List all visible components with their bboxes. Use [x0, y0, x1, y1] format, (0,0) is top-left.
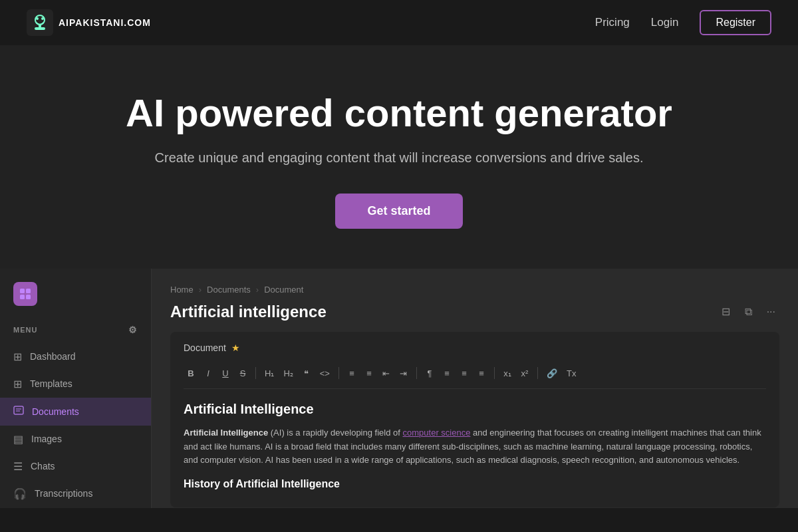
doc-title-actions: ⊟ ⧉ ···: [718, 303, 779, 321]
editor-toolbar: B I U S H₁ H₂ ❝ <> ≡ ≡ ⇤ ⇥ ¶ ≡ ≡ ≡ x: [184, 361, 766, 389]
more-options-button[interactable]: ···: [763, 303, 779, 321]
intro-text: (AI) is a rapidly developing field of: [271, 428, 400, 438]
logo[interactable]: AIPAKISTANI.COM: [27, 9, 151, 36]
app-section: MENU ⚙ ⊞ Dashboard ⊞ Templates Documents…: [0, 269, 798, 508]
sidebar-item-label: Dashboard: [30, 351, 76, 362]
sidebar-menu-header: MENU ⚙: [0, 319, 151, 343]
toolbar-sep-5: [537, 367, 538, 379]
bold-button[interactable]: B: [184, 366, 198, 380]
pricing-link[interactable]: Pricing: [595, 16, 630, 29]
register-button[interactable]: Register: [700, 10, 771, 35]
sidebar-item-transcriptions[interactable]: 🎧 Transcriptions: [0, 480, 151, 507]
toolbar-sep-2: [338, 367, 339, 379]
h2-button[interactable]: H₂: [280, 366, 296, 380]
intro-bold: Artificial Intelligence: [184, 428, 268, 438]
logo-text: AIPAKISTANI.COM: [59, 17, 151, 28]
svg-rect-6: [20, 289, 25, 293]
svg-rect-0: [27, 9, 53, 36]
underline-button[interactable]: U: [218, 366, 233, 380]
superscript-button[interactable]: x²: [517, 366, 532, 380]
svg-rect-4: [39, 25, 41, 27]
nav-links: Pricing Login Register: [595, 10, 771, 35]
paragraph-button[interactable]: ¶: [422, 366, 437, 380]
svg-point-3: [41, 17, 44, 20]
star-icon[interactable]: ★: [231, 342, 240, 353]
dashboard-icon: ⊞: [13, 350, 22, 363]
login-link[interactable]: Login: [651, 16, 679, 29]
sidebar-item-chats[interactable]: ☰ Chats: [0, 453, 151, 480]
editor-container: Document ★ B I U S H₁ H₂ ❝ <> ≡ ≡ ⇤ ⇥ ¶: [170, 332, 779, 507]
doc-title-text: Artificial intelligence: [170, 303, 327, 321]
hero-section: AI powered content generator Create uniq…: [0, 45, 798, 269]
clear-format-button[interactable]: Tx: [563, 366, 579, 380]
h1-button[interactable]: H₁: [261, 366, 277, 380]
editor-paragraph-1: Artificial Intelligence (AI) is a rapidl…: [184, 426, 766, 467]
code-button[interactable]: <>: [317, 366, 333, 380]
strikethrough-button[interactable]: S: [235, 366, 250, 380]
images-icon: ▤: [13, 433, 23, 446]
align-center-button[interactable]: ≡: [457, 366, 471, 380]
sidebar-item-templates[interactable]: ⊞ Templates: [0, 370, 151, 398]
sidebar-item-images[interactable]: ▤ Images: [0, 426, 151, 453]
templates-icon: ⊞: [13, 378, 22, 390]
toolbar-sep-4: [494, 367, 495, 379]
ul-button[interactable]: ≡: [362, 366, 376, 380]
menu-label: MENU: [13, 326, 37, 334]
toolbar-sep-1: [255, 367, 256, 379]
editor-h1: Artificial Intelligence: [184, 398, 766, 420]
copy-doc-button[interactable]: ⧉: [741, 303, 756, 321]
sidebar-item-label: Images: [31, 434, 62, 444]
svg-point-2: [36, 17, 39, 20]
editor-h2: History of Artificial Intelligence: [184, 475, 766, 493]
hero-subtitle: Create unique and engaging content that …: [27, 150, 771, 166]
sidebar-logo: [0, 282, 151, 319]
sidebar-item-label: Transcriptions: [35, 488, 92, 499]
link-button[interactable]: 🔗: [543, 366, 561, 380]
chats-icon: ☰: [13, 460, 23, 473]
italic-button[interactable]: I: [201, 366, 215, 380]
svg-rect-10: [14, 406, 23, 414]
cs-link[interactable]: computer science: [403, 428, 471, 438]
ol-button[interactable]: ≡: [344, 366, 359, 380]
breadcrumb-documents[interactable]: Documents: [207, 285, 251, 295]
sidebar-item-label: Chats: [31, 461, 55, 471]
get-started-button[interactable]: Get started: [335, 194, 462, 229]
toolbar-sep-3: [416, 367, 417, 379]
sidebar-logo-icon: [13, 282, 37, 306]
blockquote-button[interactable]: ❝: [299, 366, 314, 380]
hero-title: AI powered content generator: [27, 92, 771, 134]
svg-rect-5: [35, 27, 45, 30]
sidebar-item-dashboard[interactable]: ⊞ Dashboard: [0, 343, 151, 370]
svg-rect-9: [26, 295, 31, 299]
subscript-button[interactable]: x₁: [500, 366, 515, 380]
indent-button[interactable]: ⇥: [396, 366, 411, 380]
logo-icon: [27, 9, 53, 36]
transcriptions-icon: 🎧: [13, 487, 27, 500]
breadcrumb: Home › Documents › Document: [170, 285, 779, 295]
main-content: Home › Documents › Document Artificial i…: [152, 269, 798, 508]
sidebar: MENU ⚙ ⊞ Dashboard ⊞ Templates Documents…: [0, 269, 152, 508]
svg-rect-7: [26, 289, 31, 293]
navbar: AIPAKISTANI.COM Pricing Login Register: [0, 0, 798, 45]
save-doc-button[interactable]: ⊟: [718, 303, 734, 321]
sidebar-item-documents[interactable]: Documents: [0, 398, 151, 426]
outdent-button[interactable]: ⇤: [379, 366, 394, 380]
breadcrumb-document: Document: [264, 285, 303, 295]
doc-label-text: Document: [184, 342, 226, 353]
doc-label-row: Document ★: [184, 342, 766, 353]
sidebar-item-label: Documents: [32, 406, 79, 417]
editor-body: Artificial Intelligence Artificial Intel…: [184, 398, 766, 493]
settings-icon[interactable]: ⚙: [128, 325, 138, 335]
align-right-button[interactable]: ≡: [474, 366, 489, 380]
breadcrumb-sep-1: ›: [199, 285, 201, 295]
doc-title-row: Artificial intelligence ⊟ ⧉ ···: [170, 303, 779, 321]
sidebar-item-label: Templates: [30, 378, 72, 389]
breadcrumb-home[interactable]: Home: [170, 285, 194, 295]
svg-rect-8: [20, 295, 25, 299]
documents-icon: [13, 405, 24, 418]
breadcrumb-sep-2: ›: [256, 285, 259, 295]
align-left-button[interactable]: ≡: [440, 366, 454, 380]
